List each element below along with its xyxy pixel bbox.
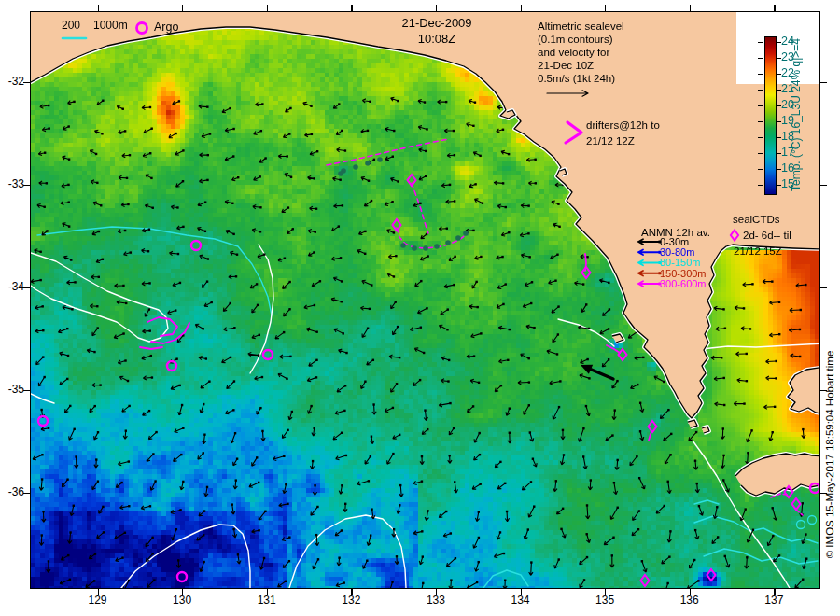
x-axis-tick-mark-top	[351, 5, 352, 12]
colorbar-tick-mark	[758, 105, 763, 106]
colorbar-tick-label: 24	[781, 35, 805, 48]
altimetric-note-line4: 21-Dec 10Z	[538, 60, 594, 72]
sealctd-legend-title: sealCTDs	[733, 214, 779, 226]
x-axis-tick-mark	[690, 588, 691, 595]
y-axis-tick-mark-right	[819, 82, 827, 83]
y-axis-tick-label: -34	[0, 280, 24, 293]
colorbar-tick-label: 18	[781, 130, 805, 143]
map-time-title: 10:08Z	[371, 33, 502, 47]
colorbar-tick-mark	[758, 74, 763, 75]
x-axis-tick-label: 129	[81, 594, 115, 607]
y-axis-tick-label: -36	[0, 485, 24, 498]
x-axis-tick-mark	[351, 588, 352, 595]
x-axis-tick-mark	[267, 588, 268, 595]
colorbar-tick-mark	[758, 169, 763, 170]
x-axis-tick-mark-top	[521, 5, 522, 12]
x-axis-tick-mark	[521, 588, 522, 595]
y-axis-tick-mark-right	[819, 390, 827, 391]
x-axis-tick-mark-top	[774, 5, 775, 12]
x-axis-tick-mark-top	[436, 5, 437, 12]
map-date-title: 21-Dec-2009	[371, 17, 502, 31]
sst-map-canvas	[31, 12, 819, 588]
colorbar-tick-mark	[776, 185, 781, 186]
y-axis-tick-mark	[23, 390, 31, 391]
altimetric-note-line5: 0.5m/s (1kt 24h)	[538, 73, 615, 85]
x-axis-tick-label: 132	[334, 594, 368, 607]
x-axis-tick-label: 137	[757, 594, 791, 607]
colorbar-tick-label: 15	[781, 177, 805, 190]
colorbar-tick-label: 23	[781, 50, 805, 63]
x-axis-tick-mark-top	[690, 5, 691, 12]
y-axis-tick-label: -33	[0, 177, 24, 190]
x-axis-tick-mark-top	[267, 5, 268, 12]
sealctd-legend-until-label: 21/12 15Z	[734, 245, 782, 258]
x-axis-tick-mark	[774, 588, 775, 595]
y-axis-tick-mark-right	[819, 287, 827, 288]
altimetric-note-line2: (0.1m contours)	[538, 34, 613, 46]
y-axis-tick-mark	[23, 82, 31, 83]
colorbar-tick-label: 22	[781, 66, 805, 79]
altimetric-note-line1: Altimetric sealevel	[538, 21, 624, 33]
x-axis-tick-mark-top	[605, 5, 606, 12]
x-axis-tick-label: 134	[504, 594, 538, 607]
drifters-note-line2: 21/12 12Z	[586, 135, 635, 147]
drifters-note-line1: drifters@12h to	[586, 119, 660, 132]
colorbar-tick-mark	[776, 137, 781, 138]
y-axis-tick-mark-right	[819, 185, 827, 186]
ocean-sst-map-page: 200 1000m Argo 21-Dec-2009 10:08Z Altime…	[0, 0, 840, 616]
x-axis-tick-mark-top	[98, 5, 99, 12]
colorbar-tick-mark	[758, 58, 763, 59]
colorbar-tick-mark	[776, 42, 781, 43]
y-axis-tick-mark-right	[819, 493, 827, 494]
x-axis-tick-label: 130	[165, 594, 199, 607]
x-axis-tick-label: 136	[673, 594, 707, 607]
colorbar-tick-mark	[776, 58, 781, 59]
x-axis-tick-mark	[98, 588, 99, 595]
colorbar-tick-label: 16	[781, 161, 805, 175]
colorbar-tick-mark	[776, 90, 781, 91]
y-axis-tick-label: -35	[0, 383, 24, 396]
anmn-legend-row-80-150m: 80-150m	[660, 257, 700, 269]
x-axis-tick-label: 133	[419, 594, 453, 607]
colorbar-tick-mark	[758, 153, 763, 154]
colorbar-tick-mark	[776, 121, 781, 122]
y-axis-tick-mark	[23, 493, 31, 494]
isobath-scale-1000-label: 1000m	[93, 20, 128, 33]
x-axis-tick-label: 131	[250, 594, 284, 607]
y-axis-tick-mark	[23, 287, 31, 288]
colorbar-tick-mark	[758, 185, 763, 186]
y-axis-tick-mark	[23, 185, 31, 186]
anmn-legend-row-300-600m: 300-600m	[660, 278, 707, 290]
x-axis-tick-mark	[605, 588, 606, 595]
colorbar-tick-mark	[776, 169, 781, 170]
colorbar-tick-mark	[758, 121, 763, 122]
x-axis-tick-mark	[436, 588, 437, 595]
temperature-colorbar	[764, 36, 777, 195]
x-axis-tick-label: 135	[588, 594, 622, 607]
sealctd-legend-style-label: 2d- 6d-- til	[743, 230, 791, 242]
colorbar-tick-mark	[758, 42, 763, 43]
imos-credit-text: © IMOS 15-May-2017 18:59:04 Hobart time	[824, 305, 836, 604]
y-axis-tick-label: -32	[0, 75, 24, 88]
colorbar-tick-label: 21	[781, 82, 805, 95]
x-axis-tick-mark	[182, 588, 183, 595]
isobath-scale-200-label: 200	[62, 20, 80, 33]
colorbar-tick-label: 17	[781, 146, 805, 159]
x-axis-tick-mark-top	[182, 5, 183, 12]
altimetric-note-line3: and velocity for	[538, 47, 609, 59]
colorbar-tick-mark	[776, 153, 781, 154]
colorbar-tick-label: 19	[781, 114, 805, 127]
colorbar-tick-mark	[776, 74, 781, 75]
colorbar-tick-mark	[758, 137, 763, 138]
colorbar-tick-mark	[776, 105, 781, 106]
colorbar-tick-mark	[758, 90, 763, 91]
argo-legend-label: Argo	[154, 21, 178, 34]
colorbar-tick-label: 20	[781, 98, 805, 111]
